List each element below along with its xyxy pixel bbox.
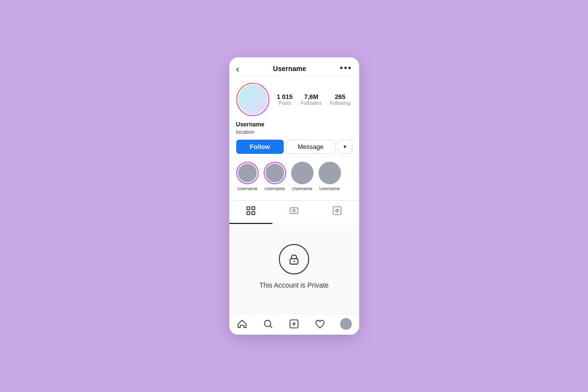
follow-button[interactable]: Follow [236, 140, 284, 154]
svg-point-7 [296, 208, 297, 209]
private-account-message: This Account is Private [259, 281, 329, 289]
action-buttons-row: Follow Message ▾ [236, 140, 352, 154]
svg-rect-1 [252, 207, 255, 210]
add-nav-button[interactable] [281, 318, 307, 330]
highlight-circle [264, 162, 286, 184]
svg-point-9 [337, 210, 338, 211]
content-tabs [229, 200, 359, 224]
avatar-image [237, 84, 269, 115]
svg-rect-4 [290, 208, 298, 214]
svg-point-6 [291, 208, 292, 209]
profile-header: ‹ Username ••• [229, 57, 359, 77]
highlight-inner [237, 163, 258, 183]
highlight-circle [236, 162, 259, 184]
tab-reels[interactable] [272, 201, 316, 224]
highlight-inner [265, 163, 285, 183]
lock-circle [279, 244, 309, 274]
highlight-item[interactable]: Username [264, 162, 286, 191]
profile-display-name: Username [236, 121, 352, 128]
back-button[interactable]: ‹ [236, 64, 240, 74]
activity-nav-button[interactable] [307, 318, 333, 330]
dropdown-button[interactable]: ▾ [338, 140, 352, 154]
tab-tagged[interactable] [316, 201, 359, 224]
search-nav-button[interactable] [255, 318, 281, 330]
following-stat: 265 Following [330, 93, 350, 106]
svg-point-5 [293, 210, 295, 212]
phone-frame: ‹ Username ••• 1 015 Posts 7,6M Follower… [229, 57, 359, 335]
highlight-item[interactable]: Username [318, 162, 341, 191]
highlights-row: Username Username Username Username [236, 159, 352, 196]
highlight-circle [291, 162, 314, 184]
highlight-item[interactable]: Username [291, 162, 314, 191]
following-count: 265 [335, 93, 345, 101]
lock-icon [287, 252, 301, 266]
grid-icon [246, 206, 256, 218]
profile-avatar-small [340, 318, 352, 330]
add-icon [289, 318, 299, 329]
profile-section: 1 015 Posts 7,6M Followers 265 Following… [229, 77, 359, 200]
avatar[interactable] [236, 83, 270, 116]
followers-stat: 7,6M Followers [301, 93, 322, 106]
highlight-label: Username [292, 186, 313, 191]
tab-grid[interactable] [229, 201, 272, 224]
highlight-label: Username [237, 186, 258, 191]
followers-label: Followers [301, 100, 322, 106]
heart-icon [315, 318, 325, 329]
tagged-icon [332, 206, 342, 218]
highlight-label: Username [265, 186, 285, 191]
profile-stats: 1 015 Posts 7,6M Followers 265 Following [275, 93, 352, 106]
svg-point-11 [294, 261, 295, 262]
reels-icon [289, 206, 299, 218]
svg-line-13 [270, 326, 272, 328]
posts-stat: 1 015 Posts [277, 93, 293, 106]
highlight-label: Username [319, 186, 340, 191]
search-icon [263, 318, 273, 329]
svg-point-12 [265, 320, 271, 327]
following-label: Following [330, 100, 350, 106]
more-options-button[interactable]: ••• [340, 63, 352, 74]
private-account-section: This Account is Private [229, 224, 359, 314]
header-username: Username [273, 65, 306, 73]
profile-location: location [236, 129, 352, 135]
highlight-item[interactable]: Username [236, 162, 259, 191]
bottom-navigation [229, 314, 359, 335]
svg-rect-2 [247, 212, 250, 215]
svg-rect-0 [247, 207, 250, 210]
message-button[interactable]: Message [286, 140, 335, 154]
home-nav-button[interactable] [229, 318, 255, 330]
profile-top-row: 1 015 Posts 7,6M Followers 265 Following [236, 83, 352, 116]
posts-count: 1 015 [277, 93, 293, 101]
highlight-circle [318, 162, 341, 184]
profile-nav-button[interactable] [333, 318, 359, 330]
followers-count: 7,6M [304, 93, 318, 101]
svg-rect-3 [252, 212, 255, 215]
home-icon [237, 318, 247, 329]
posts-label: Posts [279, 100, 291, 106]
